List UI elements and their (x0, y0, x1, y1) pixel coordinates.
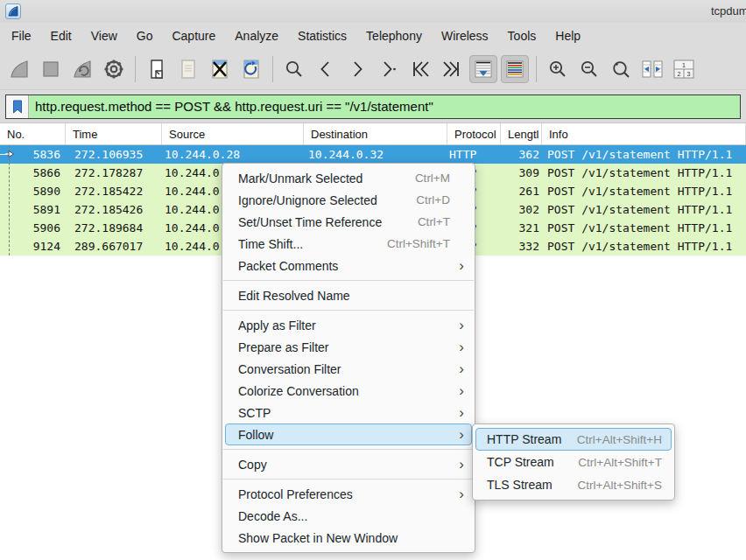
menu-telephony[interactable]: Telephony (356, 23, 432, 49)
chevron-right-icon: › (454, 424, 464, 445)
toolbar-separator (135, 56, 136, 82)
menu-item-time-shift[interactable]: Time Shift... Ctrl+Shift+T (225, 233, 472, 255)
column-header-protocol[interactable]: Protocol (447, 123, 501, 144)
menu-item-copy[interactable]: Copy › (225, 453, 472, 475)
menu-wireless[interactable]: Wireless (432, 23, 498, 49)
zoom-reset-icon (610, 59, 631, 80)
cell-source: 10.244.0.28 (162, 148, 304, 161)
auto-scroll-icon (474, 60, 493, 79)
reload-file-button[interactable] (237, 55, 265, 83)
go-back-button[interactable] (312, 55, 340, 83)
menu-item-colorize-conversation[interactable]: Colorize Conversation › (225, 380, 472, 402)
close-file-button[interactable] (206, 55, 234, 83)
zoom-in-icon (547, 59, 568, 80)
cell-length: 321 (501, 221, 542, 234)
resize-columns-icon (641, 59, 664, 80)
menu-item-label: Follow (238, 428, 454, 442)
menu-capture[interactable]: Capture (162, 23, 225, 49)
menu-go[interactable]: Go (127, 23, 163, 49)
menu-item-apply-as-filter[interactable]: Apply as Filter › (225, 314, 472, 336)
cell-info: POST /v1/statement HTTP/1.1 (542, 166, 746, 179)
cell-time: 272.185422 (66, 185, 162, 198)
menu-item-edit-resolved-name[interactable]: Edit Resolved Name (225, 284, 472, 306)
menu-item-follow[interactable]: Follow › (225, 424, 472, 445)
go-forward-button[interactable] (343, 55, 371, 83)
menu-item-ignore-unignore[interactable]: Ignore/Unignore Selected Ctrl+D (225, 189, 472, 211)
menu-file[interactable]: File (2, 23, 41, 49)
title-bar: tcpdump (0, 0, 746, 23)
window-title: tcpdump (711, 4, 746, 18)
stop-capture-button[interactable] (37, 55, 65, 83)
last-packet-button[interactable] (438, 55, 466, 83)
menu-item-sctp[interactable]: SCTP › (225, 402, 472, 424)
auto-scroll-button[interactable] (469, 55, 497, 83)
menu-view[interactable]: View (81, 23, 127, 49)
menu-item-decode-as[interactable]: Decode As... (225, 505, 472, 527)
chevron-right-icon: › (454, 358, 464, 380)
column-header-time[interactable]: Time (66, 123, 162, 144)
toolbar-separator (536, 56, 537, 82)
start-capture-button[interactable] (5, 55, 33, 83)
menu-item-mark-unmark[interactable]: Mark/Unmark Selected Ctrl+M (225, 167, 472, 189)
chevron-right-icon: › (454, 402, 464, 424)
menu-tools[interactable]: Tools (498, 23, 546, 49)
menu-statistics[interactable]: Statistics (288, 23, 356, 49)
submenu-item-http-stream[interactable]: HTTP Stream Ctrl+Alt+Shift+H (475, 428, 672, 451)
menu-item-time-reference[interactable]: Set/Unset Time Reference Ctrl+T (225, 211, 472, 233)
display-filter-input[interactable]: http.request.method == POST && http.requ… (5, 94, 741, 119)
chevron-right-icon: › (454, 314, 464, 336)
menu-item-label: Set/Unset Time Reference (238, 215, 418, 229)
zoom-reset-button[interactable] (607, 55, 635, 83)
menu-item-packet-comments[interactable]: Packet Comments › (225, 255, 472, 276)
find-packet-button[interactable] (280, 55, 308, 83)
column-header-destination[interactable]: Destination (304, 123, 447, 144)
menu-item-show-packet-new-window[interactable]: Show Packet in New Window (225, 527, 472, 549)
wireshark-logo-icon (5, 4, 21, 19)
svg-text:2: 2 (678, 71, 681, 77)
menu-item-shortcut: Ctrl+T (418, 215, 450, 228)
submenu-item-shortcut: Ctrl+Alt+Shift+S (578, 479, 662, 492)
menu-separator (223, 310, 474, 311)
cell-time: 289.667017 (66, 240, 162, 253)
menu-help[interactable]: Help (545, 23, 590, 49)
submenu-item-label: TCP Stream (487, 455, 578, 469)
submenu-item-tls-stream[interactable]: TLS Stream Ctrl+Alt+Shift+S (475, 473, 672, 496)
chevron-right-icon: › (454, 483, 464, 505)
cell-no: 5866 (0, 166, 66, 179)
save-file-button[interactable] (174, 55, 202, 83)
restart-capture-button[interactable] (68, 55, 96, 83)
resize-columns-button[interactable] (638, 55, 666, 83)
menu-item-conversation-filter[interactable]: Conversation Filter › (225, 358, 472, 380)
cell-time: 272.185426 (66, 203, 162, 216)
go-to-packet-button[interactable] (375, 55, 403, 83)
menu-item-prepare-as-filter[interactable]: Prepare as Filter › (225, 336, 472, 358)
menu-separator (223, 479, 474, 480)
column-header-no[interactable]: No. (0, 123, 66, 144)
cell-length: 261 (501, 185, 542, 198)
open-file-icon (146, 59, 167, 80)
menu-separator (223, 280, 474, 281)
menu-item-protocol-preferences[interactable]: Protocol Preferences › (225, 483, 472, 505)
menu-analyze[interactable]: Analyze (225, 23, 288, 49)
colorize-packets-button[interactable] (501, 55, 529, 83)
capture-options-button[interactable] (100, 55, 128, 83)
chevron-left-icon (315, 59, 336, 80)
zoom-out-button[interactable] (575, 55, 603, 83)
svg-text:3: 3 (687, 71, 691, 77)
open-file-button[interactable] (143, 55, 171, 83)
first-packet-button[interactable] (406, 55, 434, 83)
menu-edit[interactable]: Edit (41, 23, 81, 49)
layout-button[interactable]: 1 2 3 (670, 55, 698, 83)
menu-item-shortcut: Ctrl+Shift+T (387, 237, 450, 250)
zoom-in-button[interactable] (544, 55, 572, 83)
column-header-source[interactable]: Source (162, 123, 304, 144)
column-header-info[interactable]: Info (542, 123, 746, 144)
chevron-right-dot-icon (378, 59, 399, 80)
menu-item-shortcut: Ctrl+D (416, 193, 450, 206)
menu-item-label: Decode As... (238, 509, 454, 523)
filter-bookmark-icon[interactable] (6, 95, 29, 118)
filter-expression-text[interactable]: http.request.method == POST && http.requ… (29, 95, 740, 118)
submenu-item-tcp-stream[interactable]: TCP Stream Ctrl+Alt+Shift+T (475, 451, 672, 473)
packet-row[interactable]: 5836 272.106935 10.244.0.28 10.244.0.32 … (0, 145, 746, 164)
column-header-length[interactable]: Lengtl (501, 123, 542, 144)
